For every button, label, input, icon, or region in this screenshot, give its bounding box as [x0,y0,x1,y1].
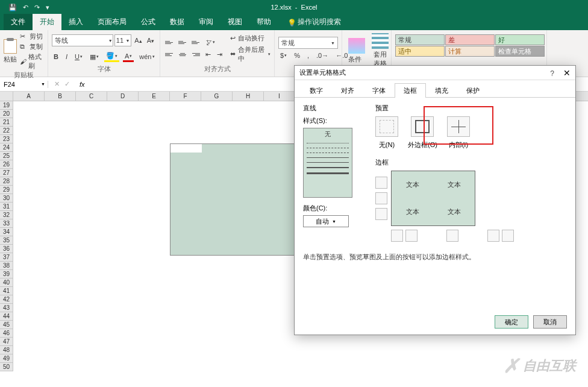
underline-button[interactable]: U▾ [73,52,84,61]
tab-file[interactable]: 文件 [4,14,33,30]
row-header[interactable]: 29 [0,186,13,194]
dlg-tab-number[interactable]: 数字 [301,83,332,98]
border-top-button[interactable] [375,177,387,189]
border-button[interactable]: ▦▾ [88,52,101,61]
line-style-picker[interactable]: 无 [303,128,352,198]
row-header[interactable]: 46 [0,329,13,338]
phonetic-button[interactable]: wén▾ [137,52,156,61]
number-format-combo[interactable]: 常规▼ [278,37,338,49]
dlg-tab-font[interactable]: 字体 [363,83,395,98]
dlg-tab-align[interactable]: 对齐 [332,83,363,98]
border-hmiddle-button[interactable] [375,192,387,204]
comma-button[interactable]: , [305,51,311,60]
row-header[interactable]: 39 [0,270,13,278]
row-header[interactable]: 35 [0,236,13,245]
dialog-help-button[interactable]: ? [550,69,554,78]
line-color-combo[interactable]: 自动▼ [303,215,349,227]
dialog-close-button[interactable]: ✕ [563,68,571,78]
tab-data[interactable]: 数据 [163,14,192,30]
row-header[interactable]: 50 [0,363,13,371]
preset-none-button[interactable] [375,116,398,137]
row-header[interactable]: 38 [0,262,13,270]
font-name-combo[interactable]: 等线▼ [52,34,113,46]
row-header[interactable]: 31 [0,203,13,211]
row-header[interactable]: 22 [0,127,13,135]
row-header[interactable]: 44 [0,312,13,321]
border-vmiddle-button[interactable] [446,230,458,242]
row-header[interactable]: 20 [0,110,13,118]
style-calc[interactable]: 计算 [445,46,495,57]
style-bad[interactable]: 差 [445,34,495,45]
copy-button[interactable]: ⧉复制 [20,42,44,51]
undo-icon[interactable]: ↶ [23,4,28,11]
border-left-button[interactable] [405,230,418,242]
column-header[interactable]: D [107,92,139,101]
row-header[interactable]: 30 [0,194,13,203]
column-header[interactable]: H [233,92,264,101]
align-bottom-button[interactable] [190,37,201,47]
orientation-button[interactable]: ⦫▾ [204,38,217,46]
decrease-font-button[interactable]: A▾ [145,34,156,46]
format-painter-button[interactable]: 🖌格式刷 [20,52,44,71]
row-header[interactable]: 21 [0,118,13,127]
style-neutral[interactable]: 适中 [395,46,445,57]
row-header[interactable]: 42 [0,295,13,304]
row-header[interactable]: 32 [0,211,13,219]
column-header[interactable]: C [76,92,107,101]
align-middle-button[interactable] [177,37,188,47]
tab-home[interactable]: 开始 [33,14,61,30]
increase-indent-button[interactable]: ⇥ [215,50,224,59]
style-check[interactable]: 检查单元格 [495,46,545,57]
column-header[interactable]: F [170,92,201,101]
redo-icon[interactable]: ↷ [34,4,40,11]
accounting-format-button[interactable]: $▾ [278,51,289,60]
paste-button[interactable]: 粘贴 [4,39,17,64]
dlg-tab-fill[interactable]: 填充 [426,83,457,98]
tab-page-layout[interactable]: 页面布局 [90,14,134,30]
line-style-none[interactable]: 无 [305,130,350,139]
row-header[interactable]: 25 [0,152,13,160]
row-header[interactable]: 23 [0,135,13,143]
border-bottom-button[interactable] [375,208,387,220]
tab-review[interactable]: 审阅 [192,14,220,30]
row-header[interactable]: 40 [0,278,13,287]
row-header[interactable]: 36 [0,245,13,253]
dlg-tab-protect[interactable]: 保护 [457,83,489,98]
name-box[interactable]: F24▼ [0,81,48,88]
tab-formulas[interactable]: 公式 [134,14,163,30]
row-header[interactable]: 43 [0,304,13,312]
increase-decimal-button[interactable]: .0→ [314,51,330,60]
decrease-indent-button[interactable]: ⇤ [204,50,213,59]
row-header[interactable]: 45 [0,321,13,329]
column-header[interactable]: A [13,92,45,101]
merge-center-button[interactable]: ⬌合并后居中▾ [230,45,271,63]
row-header[interactable]: 48 [0,346,13,354]
style-good[interactable]: 好 [495,34,545,45]
align-left-button[interactable] [164,49,175,59]
column-header[interactable]: I [264,92,295,101]
cancel-button[interactable]: 取消 [533,315,567,329]
row-header[interactable]: 34 [0,228,13,236]
font-size-combo[interactable]: 11▼ [114,34,132,46]
align-top-button[interactable] [164,37,175,47]
italic-button[interactable]: I [64,52,69,61]
border-right-button[interactable] [487,230,499,242]
row-header[interactable]: 37 [0,253,13,262]
border-diag1-button[interactable] [391,230,403,242]
style-normal[interactable]: 常规 [395,34,445,45]
bold-button[interactable]: B [52,52,60,61]
tab-insert[interactable]: 插入 [61,14,90,30]
row-header[interactable]: 28 [0,177,13,186]
fill-color-button[interactable]: 🪣▾ [104,51,119,62]
tell-me-search[interactable]: 💡 操作说明搜索 [284,14,344,30]
row-header[interactable]: 24 [0,143,13,152]
row-header[interactable]: 19 [0,101,13,110]
align-center-button[interactable] [177,49,188,59]
column-header[interactable]: G [201,92,233,101]
row-header[interactable]: 49 [0,354,13,363]
tab-help[interactable]: 帮助 [249,14,278,30]
wrap-text-button[interactable]: ↩自动换行 [230,34,271,43]
ok-button[interactable]: 确定 [495,315,528,329]
row-header[interactable]: 27 [0,169,13,177]
border-diag2-button[interactable] [502,230,514,242]
